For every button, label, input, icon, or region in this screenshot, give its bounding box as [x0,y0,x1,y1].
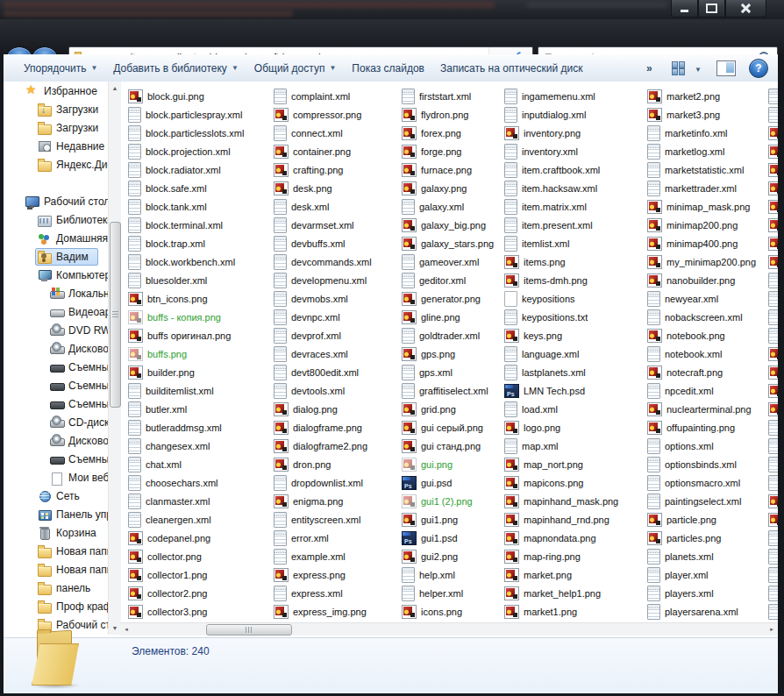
file-item-furnace.png[interactable]: furnace.png [402,160,501,179]
file-item-clipped[interactable] [768,197,778,216]
sidebar-item-cd-дисков[interactable]: CD-дисков [4,413,108,431]
file-item-language.xml[interactable]: language.xml [504,344,644,363]
preview-pane-button[interactable] [716,60,736,76]
file-item-clipped[interactable] [768,308,778,326]
file-item-market_help1.png[interactable]: market_help1.png [504,584,644,602]
file-item-clipped[interactable] [768,437,778,455]
file-item-items-dmh.png[interactable]: items-dmh.png [504,271,644,289]
file-item-nanobuilder.png[interactable]: nanobuilder.png [647,271,765,289]
file-item-buffs оригинал.png[interactable]: buffs оригинал.png [128,326,268,344]
file-item-gui1.psd[interactable]: gui1.psd [402,529,501,547]
sidebar-item-избранное[interactable]: Избранное [4,82,108,100]
file-item-graffitiselect.xml[interactable]: graffitiselect.xml [402,381,501,400]
file-item-nobackscreen.xml[interactable]: nobackscreen.xml [647,308,765,326]
change-view-button[interactable] [672,61,686,75]
file-item-goldtrader.xml[interactable]: goldtrader.xml [402,326,501,344]
file-item-block.safe.xml[interactable]: block.safe.xml [128,179,268,197]
sidebar-item-новая-папка[interactable]: Новая папка [4,560,108,579]
file-item-collector1.png[interactable]: collector1.png [128,565,268,584]
file-item-clipped[interactable] [768,326,778,344]
file-item-particles.png[interactable]: particles.png [647,529,765,547]
sidebar-item-съемный-д[interactable]: Съемный д [4,358,108,376]
file-item-block.particlesslots.xml[interactable]: block.particlesslots.xml [128,124,268,142]
file-item-marketinfo.xml[interactable]: marketinfo.xml [647,124,765,142]
file-item-clipped[interactable] [768,160,778,179]
file-item-block.workbench.xml[interactable]: block.workbench.xml [128,252,268,271]
file-item-ingamemenu.xml[interactable]: ingamemenu.xml [504,87,644,105]
file-item-block.particlespray.xml[interactable]: block.particlespray.xml [128,105,268,124]
views-dropdown-caret[interactable]: ▼ [695,66,702,74]
file-item-item.craftbook.xml[interactable]: item.craftbook.xml [504,160,644,179]
file-item-logo.png[interactable]: logo.png [504,418,644,437]
file-item-express.xml[interactable]: express.xml [274,584,398,602]
file-item-marketlog.xml[interactable]: marketlog.xml [647,142,765,160]
sidebar-item-библиотеки[interactable]: Библиотеки [4,210,108,229]
file-item-crafting.png[interactable]: crafting.png [274,160,398,179]
file-item-mapinhand_mask.png[interactable]: mapinhand_mask.png [504,492,644,510]
file-item-container.png[interactable]: container.png [274,142,398,160]
file-item-clipped[interactable] [768,510,778,529]
file-item-collector.png[interactable]: collector.png [128,547,268,565]
file-item-inventory.png[interactable]: inventory.png [504,124,644,142]
file-item-example.xml[interactable]: example.xml [274,547,398,565]
file-item-geditor.xml[interactable]: geditor.xml [402,271,501,289]
file-item-planets.xml[interactable]: planets.xml [647,547,765,565]
sidebar-item-dvd-rw-ди[interactable]: DVD RW ди [4,321,108,339]
toolbar-button[interactable]: Показ слайдов [344,59,432,78]
file-item-player.xml[interactable]: player.xml [647,565,765,584]
sidebar-item-проф-крафть[interactable]: Проф крафть [4,597,108,615]
file-item-options.xml[interactable]: options.xml [647,437,765,455]
file-item-helper.xml[interactable]: helper.xml [402,584,501,602]
scroll-up-button[interactable]: ▲ [109,82,121,95]
file-item-notebook.png[interactable]: notebook.png [647,326,765,344]
file-item-clipped[interactable] [768,418,778,437]
file-item-clanmaster.xml[interactable]: clanmaster.xml [128,492,268,510]
sidebar-item-локальный[interactable]: Локальный [4,284,108,302]
file-item-express_img.png[interactable]: express_img.png [274,602,398,621]
file-item-clipped[interactable] [768,142,778,160]
file-item-clipped[interactable] [768,289,778,308]
file-item-connect.xml[interactable]: connect.xml [274,124,398,142]
file-item-mapinhand_rnd.png[interactable]: mapinhand_rnd.png [504,510,644,529]
file-item-keypositions.txt[interactable]: keypositions.txt [504,308,644,326]
file-item-block.trap.xml[interactable]: block.trap.xml [128,234,268,252]
file-item-clipped[interactable] [768,547,778,565]
sidebar-item-компьютер[interactable]: Компьютер [4,266,108,284]
file-item-galaxy_big.png[interactable]: galaxy_big.png [402,216,501,234]
file-item-cleanergen.xml[interactable]: cleanergen.xml [128,510,268,529]
file-item-block.terminal.xml[interactable]: block.terminal.xml [128,216,268,234]
file-item-particle.png[interactable]: particle.png [647,510,765,529]
sidebar-item-недавние-ме[interactable]: Недавние ме [4,137,108,155]
file-item-clipped[interactable] [768,216,778,234]
file-item-compressor.png[interactable]: compressor.png [274,105,398,124]
sidebar-item-домашняя-гр[interactable]: Домашняя гр [4,229,108,247]
file-item-chat.xml[interactable]: chat.xml [128,455,268,473]
file-item-clipped[interactable] [768,179,778,197]
file-item-forge.png[interactable]: forge.png [402,142,501,160]
file-item-gui станд.png[interactable]: gui станд.png [402,437,501,455]
file-item-collector3.png[interactable]: collector3.png [128,602,268,621]
more-commands-button[interactable]: » [646,62,652,75]
maximize-button[interactable] [698,0,725,18]
sidebar-item-панель-упра[interactable]: Панель упра [4,505,108,523]
sidebar-item-яндекс-диск[interactable]: Яндекс.Диск [4,155,108,174]
file-item-express.png[interactable]: express.png [274,565,398,584]
file-item-grid.png[interactable]: grid.png [402,400,501,418]
file-item-developmenu.xml[interactable]: developmenu.xml [274,271,398,289]
file-item-nuclearterminal.png[interactable]: nuclearterminal.png [647,400,765,418]
file-item-gui2.png[interactable]: gui2.png [402,547,501,565]
file-item-clipped[interactable] [768,87,778,105]
file-item-dropdownlist.xml[interactable]: dropdownlist.xml [274,473,398,492]
file-item-map_nort.png[interactable]: map_nort.png [504,455,644,473]
file-list-scrollbar[interactable]: ◂ ▸ [120,622,778,636]
toolbar-button[interactable]: Записать на оптический диск [432,59,591,78]
file-item-mapicons.png[interactable]: mapicons.png [504,473,644,492]
file-item-inventory.xml[interactable]: inventory.xml [504,142,644,160]
file-item-clipped[interactable] [768,565,778,584]
file-item-gps.png[interactable]: gps.png [402,344,501,363]
toolbar-button[interactable]: Общий доступ▼ [246,59,345,78]
file-list-scroll-thumb[interactable] [206,624,292,636]
file-item-collector2.png[interactable]: collector2.png [128,584,268,602]
file-item-clipped[interactable] [768,105,778,124]
file-item-map-ring.png[interactable]: map-ring.png [504,547,644,565]
